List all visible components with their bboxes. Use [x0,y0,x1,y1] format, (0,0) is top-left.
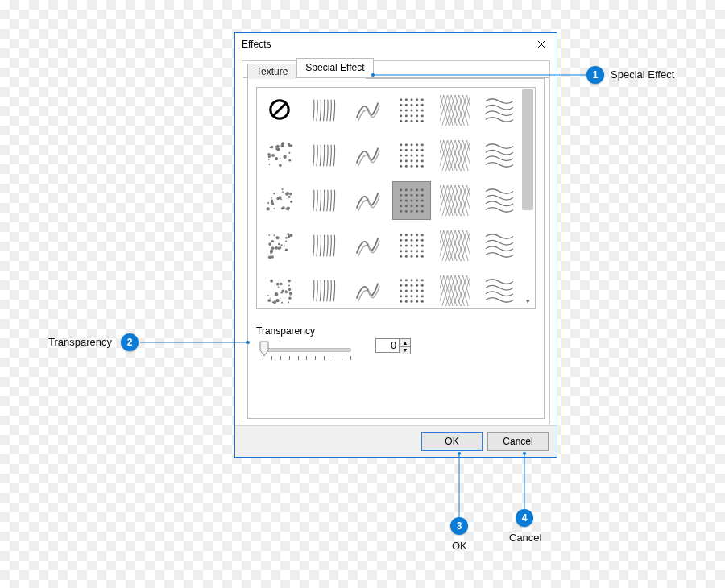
svg-point-80 [404,154,407,156]
svg-point-110 [271,197,272,198]
svg-point-273 [420,284,423,287]
svg-point-126 [280,199,282,201]
svg-line-171 [446,185,455,216]
svg-point-219 [400,255,402,258]
svg-point-18 [420,109,423,111]
svg-point-61 [288,159,291,162]
effect-swatch[interactable] [304,91,343,130]
svg-point-68 [279,164,282,168]
effect-swatch[interactable] [304,181,343,220]
effect-swatch[interactable] [480,91,519,130]
svg-point-21 [410,114,412,117]
effect-swatch[interactable] [348,226,387,265]
effect-swatch[interactable] [392,271,431,310]
svg-point-198 [268,242,271,246]
effect-none[interactable] [260,91,299,130]
svg-point-56 [268,159,270,160]
effect-swatch[interactable] [348,181,387,220]
svg-point-122 [267,202,269,204]
svg-point-257 [267,299,271,302]
stepper-up-button[interactable]: ▲ [400,338,411,346]
scrollbar-thumb[interactable] [522,89,533,210]
effect-swatch[interactable] [436,271,474,310]
svg-point-26 [410,120,412,122]
svg-line-172 [442,185,451,216]
ok-button[interactable]: OK [421,432,483,451]
effect-swatch[interactable] [260,136,299,175]
effect-swatch[interactable] [304,271,343,310]
svg-line-167 [462,185,470,216]
tabpage-special-effect: ▾ Transparency ▲ ▼ [247,78,545,419]
svg-point-152 [416,205,418,207]
svg-point-23 [420,114,423,117]
effect-swatch[interactable] [392,226,431,265]
svg-point-191 [289,234,292,237]
svg-point-14 [400,109,402,111]
svg-point-89 [400,165,402,168]
svg-point-134 [400,188,402,191]
effect-swatch[interactable] [480,181,519,220]
svg-point-277 [416,289,418,292]
effect-swatch[interactable] [304,136,343,175]
effect-swatch[interactable] [436,181,474,220]
svg-point-92 [416,165,418,168]
chevron-down-icon[interactable]: ▾ [522,296,533,307]
svg-point-280 [404,295,407,297]
svg-point-196 [270,249,273,252]
close-button[interactable] [531,36,552,52]
svg-point-136 [410,188,412,191]
svg-point-154 [400,210,402,213]
effects-scrollbar[interactable]: ▾ [522,89,533,307]
svg-line-299 [454,275,462,306]
effect-swatch[interactable] [348,91,387,130]
effect-swatch[interactable] [260,181,299,220]
effect-swatch[interactable] [304,226,343,265]
transparency-stepper[interactable]: ▲ ▼ [375,338,411,354]
svg-point-274 [400,289,402,292]
callout-badge-3: 3 [450,517,468,535]
svg-point-207 [416,239,418,242]
slider-thumb[interactable] [259,341,269,357]
svg-line-38 [458,95,466,126]
svg-point-260 [270,297,271,299]
svg-point-284 [400,300,402,303]
svg-point-70 [404,143,407,146]
svg-point-266 [410,279,412,281]
effect-swatch[interactable] [436,136,474,175]
svg-point-203 [420,234,423,236]
svg-point-199 [400,234,402,236]
effect-swatch[interactable] [348,271,387,310]
effect-swatch[interactable] [436,226,474,265]
effect-swatch[interactable] [480,271,519,310]
effect-swatch[interactable] [392,181,431,220]
tab-special-effect[interactable]: Special Effect [296,58,373,77]
svg-point-178 [271,240,274,242]
svg-point-209 [400,244,402,246]
effect-swatch[interactable] [480,136,519,175]
svg-point-20 [404,114,407,117]
svg-point-148 [420,199,423,201]
svg-point-278 [420,289,423,292]
svg-point-185 [284,246,285,247]
svg-line-294 [459,275,468,306]
transparency-input[interactable] [375,338,400,353]
svg-point-195 [285,249,288,252]
effect-swatch[interactable] [348,136,387,175]
effect-swatch[interactable] [436,91,474,130]
cancel-button[interactable]: Cancel [487,432,549,451]
callout-badge-4: 4 [516,509,533,527]
stepper-down-button[interactable]: ▼ [400,346,411,355]
tab-texture[interactable]: Texture [247,64,296,79]
effect-swatch[interactable] [392,136,431,175]
effect-swatch[interactable] [260,271,299,310]
svg-line-3 [273,102,287,116]
svg-point-245 [280,283,283,286]
effect-swatch[interactable] [480,226,519,265]
effect-swatch[interactable] [392,91,431,130]
dialog-body: Texture Special Effect ▾ Transparency [242,60,550,424]
svg-point-67 [269,164,271,165]
effect-swatch[interactable] [260,226,299,265]
transparency-slider[interactable] [263,342,351,362]
svg-point-221 [410,255,412,258]
svg-point-255 [275,292,278,296]
